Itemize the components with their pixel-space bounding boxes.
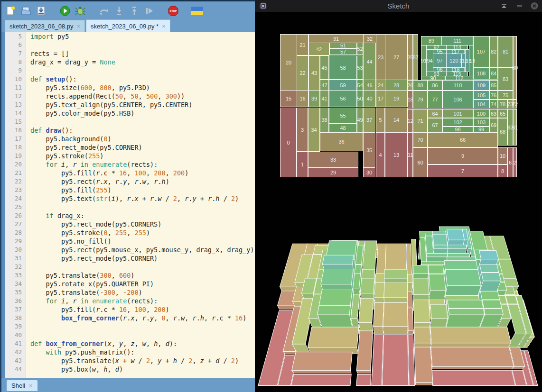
treemap-box-top [291, 352, 353, 371]
treemap-box-top [413, 300, 431, 323]
treemap-box-top [428, 265, 444, 274]
line-number: 37 [5, 305, 26, 314]
line-number: 34 [5, 280, 26, 288]
line-number: 44 [5, 365, 26, 374]
code-line: py5.fill(255) [30, 186, 255, 194]
line-number-gutter: 5678910111213141516171819202122232425262… [5, 32, 26, 378]
code-line: py5.translate(300, 600) [30, 271, 255, 280]
treemap-box-side [356, 370, 372, 374]
treemap-box-top [448, 309, 485, 315]
tab-close-icon[interactable]: × [76, 23, 80, 29]
shell-close-icon[interactable]: × [29, 382, 33, 389]
line-number: 31 [5, 254, 26, 263]
shell-tab[interactable]: Shell × [7, 380, 37, 391]
new-file-button[interactable] [5, 5, 17, 17]
code-editor[interactable]: 5678910111213141516171819202122232425262… [1, 32, 255, 378]
treemap-box-top [482, 300, 502, 308]
window-title: Sketch [255, 2, 542, 10]
open-file-button[interactable] [20, 5, 32, 17]
code-line: def setup(): [30, 75, 255, 83]
code-line: rects.append(Rect(50, 50, 500, 300)) [30, 92, 255, 100]
tab-0[interactable]: sketch_2023_06_08.py× [5, 20, 85, 32]
sketch-titlebar[interactable]: Sketch [255, 0, 542, 12]
line-number: 11 [5, 83, 26, 92]
treemap-box-top [361, 269, 375, 279]
resume-button[interactable] [143, 5, 156, 17]
code-line: for i, r in enumerate(rects): [30, 160, 255, 169]
code-line: py5.stroke(0, 255, 255) [30, 228, 255, 237]
close-button[interactable] [531, 2, 538, 10]
step-out-button[interactable] [128, 5, 140, 17]
line-number: 35 [5, 288, 26, 297]
code-line: py5.rect_mode(py5.CORNER) [30, 143, 255, 152]
treemap-box-top [447, 300, 484, 308]
treemap-box-top [479, 264, 499, 273]
shade-button[interactable] [500, 2, 508, 10]
code-line: import py5 [30, 32, 255, 41]
toolbar: STOP [5, 3, 203, 19]
line-number: 12 [5, 92, 26, 100]
code-line: py5.text_align(py5.CENTER, py5.CENTER) [30, 100, 255, 109]
treemap-box-top [358, 298, 374, 323]
step-over-button[interactable] [98, 5, 110, 17]
code-line: py5.rect_mode(py5.CORNERS) [30, 220, 255, 228]
treemap-box-side [431, 366, 514, 369]
tab-1[interactable]: sketch_2023_06_09.py *× [86, 19, 170, 32]
code-line: box_from_corner(r.x, r.y, 0, r.w, r.h, r… [30, 314, 255, 322]
line-number: 16 [5, 126, 26, 135]
treemap-box-top [430, 347, 514, 367]
code-line: py5.no_fill() [30, 237, 255, 246]
line-number: 8 [5, 58, 26, 66]
line-number: 32 [5, 263, 26, 271]
line-number: 17 [5, 135, 26, 143]
line-number: 22 [5, 177, 26, 186]
debug-script-button[interactable] [74, 5, 86, 17]
treemap-box-top [431, 370, 515, 386]
code-line [30, 203, 255, 211]
line-number: 38 [5, 314, 26, 322]
line-number: 13 [5, 100, 26, 109]
treemap-3d-plane [258, 252, 538, 384]
treemap-3d-scene [255, 24, 542, 392]
treemap-box-top [427, 253, 448, 257]
code-line: py5.fill(r.c * 16, 100, 200) [30, 305, 255, 314]
code-line [30, 118, 255, 126]
treemap-box-top [421, 261, 446, 265]
line-number: 6 [5, 41, 26, 49]
treemap-box-top [360, 278, 374, 294]
code-line: py5.translate(-300, -200) [30, 288, 255, 297]
run-script-button[interactable] [59, 5, 71, 17]
minimize-button[interactable] [515, 2, 523, 10]
tab-label: sketch_2023_06_09.py * [91, 23, 159, 30]
treemap-box-top [356, 330, 373, 371]
treemap-box-top [484, 309, 504, 315]
line-number: 39 [5, 322, 26, 331]
code-line: py5.text(str(i), r.x + r.w / 2, r.y + r.… [30, 194, 255, 203]
save-file-button[interactable] [35, 5, 47, 17]
code-line: py5.rect_mode(py5.CORNER) [30, 254, 255, 263]
code-line: drag_x = drag_y = None [30, 58, 255, 66]
line-number: 36 [5, 297, 26, 305]
treemap-box-top [407, 291, 413, 307]
line-number: 28 [5, 228, 26, 237]
treemap-box-top [429, 274, 446, 291]
code-line: def draw(): [30, 126, 255, 135]
code-line: py5.stroke(255) [30, 152, 255, 160]
treemap-box-top [414, 327, 431, 343]
treemap-box-top [320, 269, 354, 284]
code-line: py5.size(600, 800, py5.P3D) [30, 83, 255, 92]
sketch-canvas[interactable]: 2015212216313242515752442327434558534759… [255, 12, 542, 392]
treemap-box-side [383, 326, 408, 334]
line-number: 18 [5, 143, 26, 152]
treemap-box-side [415, 382, 433, 385]
treemap-box-top [479, 250, 499, 259]
treemap-box-top [291, 374, 352, 386]
line-number: 43 [5, 356, 26, 365]
step-into-button[interactable] [113, 5, 125, 17]
tab-close-icon[interactable]: × [162, 23, 166, 29]
treemap-box-top [430, 304, 448, 319]
stop-button[interactable]: STOP [167, 5, 179, 17]
shell-panel-bar: Shell × [1, 378, 255, 392]
editor-lines: import py5rects = []drag_x = drag_y = No… [26, 32, 255, 378]
ukraine-flag-button[interactable] [191, 5, 203, 17]
